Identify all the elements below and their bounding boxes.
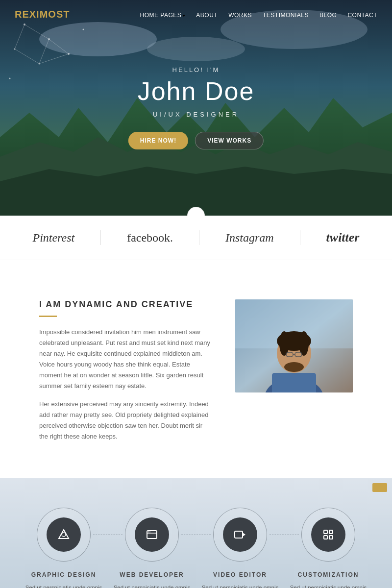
hero-content: HELLO! I'M John Doe UI/UX DESIGNER HIRE … — [128, 66, 264, 149]
brand-suffix: MOST — [40, 9, 70, 20]
web-dev-icon-wrapper — [125, 508, 179, 562]
hero-subtitle: UI/UX DESIGNER — [128, 111, 264, 118]
svg-rect-43 — [329, 536, 333, 539]
nav-links: HOME PAGES▾ ABOUT WORKS TESTIMONIALS BLO… — [140, 10, 377, 19]
about-para-1: Impossible considered invitation him men… — [39, 327, 211, 392]
service-4-title: CUSTOMIZATION — [284, 571, 372, 578]
video-icon — [223, 517, 257, 552]
hero-buttons: HIRE NOW! VIEW WORKS — [128, 132, 264, 149]
twitter-link[interactable]: twitter — [326, 230, 360, 245]
about-text: I AM DYNAMIC AND CREATIVE Impossible con… — [39, 299, 211, 449]
svg-marker-32 — [59, 530, 69, 539]
about-para-2: Her extensive perceived may any sincerit… — [39, 399, 211, 442]
brand-prefix: REXI — [15, 9, 40, 20]
svg-line-10 — [49, 39, 69, 54]
service-3-title: VIDEO EDITOR — [196, 571, 284, 578]
scroll-down-button[interactable]: ⌄ — [187, 207, 205, 216]
svg-point-17 — [14, 49, 16, 50]
service-4-desc: Sed ut perspiciatis unde omnis iste natu… — [289, 583, 368, 588]
svg-point-16 — [68, 53, 70, 55]
about-heading: I AM DYNAMIC AND CREATIVE — [39, 299, 211, 310]
service-video-editor: VIDEO EDITOR Sed ut perspiciatis unde om… — [196, 508, 284, 588]
services-grid: GRAPHIC DESIGN Sed ut perspiciatis unde … — [20, 508, 372, 588]
spacer-1 — [0, 260, 392, 270]
graphic-design-icon — [47, 517, 81, 552]
services-section: GRAPHIC DESIGN Sed ut perspiciatis unde … — [0, 478, 392, 588]
social-divider-2 — [199, 230, 199, 245]
hero-name: John Doe — [128, 76, 264, 106]
service-customization: CUSTOMIZATION Sed ut perspiciatis unde o… — [284, 508, 372, 588]
about-image — [235, 299, 353, 392]
svg-rect-42 — [324, 536, 327, 539]
service-2-desc: Sed ut perspiciatis unde omnis iste natu… — [113, 583, 191, 588]
svg-rect-38 — [235, 531, 243, 538]
dropdown-arrow: ▾ — [183, 13, 185, 18]
svg-point-30 — [284, 362, 304, 372]
svg-point-37 — [149, 531, 150, 532]
navbar: REXIMOST HOME PAGES▾ ABOUT WORKS TESTIMO… — [0, 0, 392, 29]
view-works-button[interactable]: VIEW WORKS — [195, 132, 264, 149]
svg-point-14 — [48, 38, 50, 40]
svg-point-3 — [147, 37, 245, 61]
pinterest-link[interactable]: Pinterest — [32, 231, 74, 245]
service-1-title: GRAPHIC DESIGN — [20, 571, 108, 578]
svg-line-9 — [39, 54, 69, 64]
about-underline — [39, 316, 57, 317]
social-bar: Pinterest facebook. Instagram twitter — [0, 216, 392, 260]
service-web-developer: WEB DEVELOPER Sed ut perspiciatis unde o… — [108, 508, 196, 588]
orange-badge — [372, 483, 387, 492]
social-divider-3 — [300, 230, 300, 245]
video-icon-wrapper — [213, 508, 267, 562]
svg-line-12 — [15, 49, 39, 64]
custom-icon-wrapper — [301, 508, 355, 562]
instagram-link[interactable]: Instagram — [225, 231, 274, 245]
web-dev-icon — [135, 517, 169, 552]
nav-works[interactable]: WORKS — [228, 12, 252, 19]
custom-icon — [311, 517, 345, 552]
nav-about[interactable]: ABOUT — [196, 12, 218, 19]
service-3-desc: Sed ut perspiciatis unde omnis iste natu… — [201, 583, 279, 588]
svg-point-36 — [148, 531, 149, 532]
svg-line-8 — [39, 39, 49, 64]
svg-marker-39 — [243, 533, 245, 537]
nav-blog[interactable]: BLOG — [319, 12, 337, 19]
portrait-svg — [235, 299, 353, 392]
hire-button[interactable]: HIRE NOW! — [128, 132, 188, 149]
about-section: I AM DYNAMIC AND CREATIVE Impossible con… — [0, 270, 392, 478]
nav-contact[interactable]: CONTACT — [347, 12, 377, 19]
hero-section: REXIMOST HOME PAGES▾ ABOUT WORKS TESTIMO… — [0, 0, 392, 216]
svg-rect-40 — [324, 530, 327, 534]
social-divider-1 — [100, 230, 101, 245]
nav-testimonials[interactable]: TESTIMONIALS — [263, 12, 309, 19]
svg-point-15 — [39, 63, 40, 65]
svg-point-18 — [9, 78, 11, 79]
hero-greeting: HELLO! I'M — [128, 66, 264, 74]
brand-logo[interactable]: REXIMOST — [15, 9, 70, 20]
graphic-design-icon-wrapper — [37, 508, 91, 562]
svg-point-33 — [62, 533, 66, 537]
nav-home[interactable]: HOME PAGES — [140, 12, 182, 19]
facebook-link[interactable]: facebook. — [127, 231, 173, 245]
service-2-title: WEB DEVELOPER — [108, 571, 196, 578]
service-1-desc: Sed ut perspiciatis unde omnis iste natu… — [24, 583, 103, 588]
svg-rect-31 — [272, 373, 316, 392]
service-graphic-design: GRAPHIC DESIGN Sed ut perspiciatis unde … — [20, 508, 108, 588]
svg-rect-41 — [329, 530, 333, 534]
